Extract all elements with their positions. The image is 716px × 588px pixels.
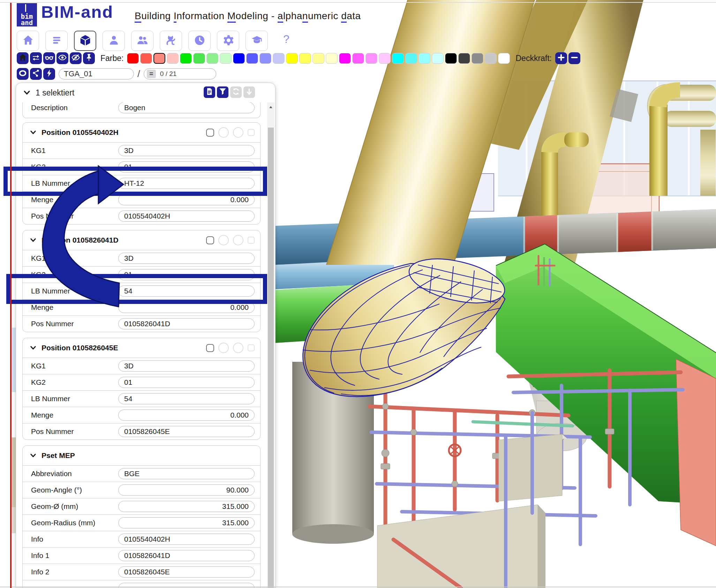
field-value-input[interactable]: 0105826041D	[118, 550, 255, 561]
color-swatch[interactable]	[233, 53, 245, 64]
tab-grad-cap[interactable]	[246, 31, 268, 51]
color-swatch[interactable]	[153, 53, 165, 64]
color-swatch[interactable]	[445, 53, 457, 64]
tab-menu[interactable]	[45, 31, 68, 51]
section-mini-checkbox[interactable]	[248, 129, 255, 136]
layer-filter-input[interactable]: TGA_01	[59, 68, 134, 79]
section-radio-1[interactable]	[218, 127, 229, 138]
field-value-input[interactable]: 315.000	[118, 517, 255, 528]
field-value-input[interactable]: 0105826041D	[118, 318, 255, 329]
color-swatch[interactable]	[498, 53, 510, 64]
scroll-up-icon[interactable]	[267, 102, 274, 112]
property-row: Info0105540402H	[23, 531, 260, 547]
funnel-icon	[219, 87, 227, 97]
field-value-input[interactable]: 0105540402H	[118, 211, 255, 222]
color-swatch[interactable]	[352, 53, 364, 64]
color-swatch[interactable]	[419, 53, 430, 64]
color-swatch[interactable]	[485, 53, 497, 64]
section-header: Position 0105826041D	[23, 230, 260, 250]
section-mini-checkbox[interactable]	[248, 237, 255, 244]
field-value-input[interactable]: BGE	[118, 468, 255, 479]
color-swatch[interactable]	[392, 53, 404, 64]
section-checkbox[interactable]	[206, 129, 214, 137]
color-swatch[interactable]	[127, 53, 139, 64]
view-pin-button[interactable]	[83, 52, 95, 64]
chevron-down-icon[interactable]	[30, 237, 37, 244]
view-eye-button[interactable]	[56, 52, 68, 64]
section-radio-2[interactable]	[233, 235, 243, 245]
color-swatch[interactable]	[312, 53, 324, 64]
chevron-down-icon[interactable]	[23, 89, 31, 97]
color-swatch[interactable]	[206, 53, 218, 64]
tab-user[interactable]	[103, 31, 125, 51]
section-checkbox[interactable]	[206, 236, 214, 244]
tool-lightning-button[interactable]	[43, 68, 55, 80]
tab-cat[interactable]	[160, 31, 182, 51]
color-swatch[interactable]	[273, 53, 285, 64]
view-home-button[interactable]	[17, 52, 29, 64]
selection-counter-input[interactable]: = 0 / 21	[144, 68, 216, 79]
chevron-down-icon[interactable]	[30, 344, 37, 351]
color-swatch[interactable]	[193, 53, 205, 64]
field-value-input[interactable]: 0.000	[118, 410, 255, 421]
view-glasses-button[interactable]	[43, 52, 55, 64]
section-radio-2[interactable]	[233, 127, 243, 138]
section-title: Position 0105540402H	[42, 128, 119, 137]
view-eye-off-button[interactable]	[70, 52, 82, 64]
color-swatch[interactable]	[326, 53, 338, 64]
color-swatch[interactable]	[458, 53, 470, 64]
opacity-minus-button[interactable]	[568, 52, 580, 64]
field-value-input[interactable]: 315.000	[118, 501, 255, 512]
chevron-down-icon[interactable]	[30, 452, 37, 459]
color-swatch[interactable]	[432, 53, 444, 64]
field-value-input[interactable]: 54	[118, 393, 255, 404]
section-radio-1[interactable]	[218, 235, 229, 245]
color-swatch[interactable]	[339, 53, 351, 64]
help-button[interactable]: ?	[283, 33, 289, 46]
document-button[interactable]	[204, 86, 215, 98]
field-value-input[interactable]: 01	[118, 377, 255, 388]
color-swatch[interactable]	[180, 53, 192, 64]
field-value-input[interactable]: 0105826045E	[118, 426, 255, 437]
funnel-button[interactable]	[217, 86, 228, 98]
view-swap-button[interactable]	[30, 52, 42, 64]
tab-cube[interactable]	[74, 31, 96, 51]
property-row: Pos Nummer0105826045E	[23, 423, 260, 440]
field-value-input[interactable]: 0105826045E	[118, 566, 255, 578]
tab-gear[interactable]	[217, 31, 239, 51]
color-swatch[interactable]	[379, 53, 391, 64]
field-value-input[interactable]: 3D	[118, 253, 255, 264]
tool-ellipse-button[interactable]	[17, 68, 29, 80]
field-value-input[interactable]: 0105540402H	[118, 534, 255, 545]
cat-icon	[165, 35, 177, 47]
color-swatch[interactable]	[259, 53, 271, 64]
section-radio-2[interactable]	[233, 343, 243, 353]
scrollbar-thumb[interactable]	[268, 128, 274, 588]
chevron-down-icon[interactable]	[30, 129, 37, 136]
opacity-plus-button[interactable]	[555, 52, 567, 64]
color-swatch[interactable]	[286, 53, 298, 64]
color-swatch[interactable]	[299, 53, 311, 64]
color-swatch[interactable]	[220, 53, 232, 64]
color-swatch[interactable]	[246, 53, 258, 64]
tab-clock[interactable]	[188, 31, 211, 51]
tab-home[interactable]	[17, 31, 39, 51]
panel-scrollbar[interactable]	[267, 102, 274, 588]
field-label: LB Nummer	[31, 395, 118, 403]
color-swatch[interactable]	[140, 53, 152, 64]
color-swatch[interactable]	[405, 53, 417, 64]
color-swatch[interactable]	[472, 53, 483, 64]
tool-network-button[interactable]	[30, 68, 42, 80]
refresh-button[interactable]	[230, 86, 242, 98]
color-swatch[interactable]	[167, 53, 179, 64]
field-value-input[interactable]: Bogen	[118, 102, 255, 113]
tab-users[interactable]	[131, 31, 153, 51]
color-swatch[interactable]	[365, 53, 377, 64]
arrow-down-button[interactable]	[243, 86, 255, 98]
section-radio-1[interactable]	[218, 343, 229, 353]
field-value-input[interactable]: 3D	[118, 145, 255, 156]
section-mini-checkbox[interactable]	[248, 344, 255, 351]
field-value-input[interactable]: 90.000	[118, 484, 255, 496]
field-value-input[interactable]: 3D	[118, 360, 255, 372]
section-checkbox[interactable]	[206, 344, 214, 352]
